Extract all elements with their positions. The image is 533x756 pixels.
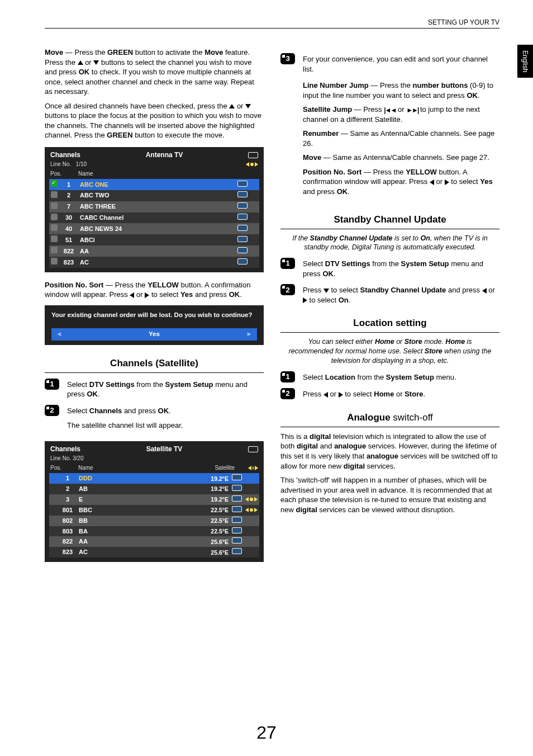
tv-icon	[237, 236, 248, 242]
tv-icon	[232, 474, 242, 480]
move-paragraph-1: Move — Press the GREEN button to activat…	[45, 48, 264, 97]
tv-icon	[237, 181, 248, 187]
table-row: 822AA	[49, 245, 259, 257]
tv-icon	[237, 258, 248, 264]
right-arrow-icon: ►	[246, 330, 253, 339]
table-row: 803BA22.5°E	[49, 526, 259, 537]
nav-hint-icon	[245, 508, 258, 512]
osd-mode: Antenna TV	[146, 150, 183, 159]
tv-icon	[232, 527, 242, 533]
step-2-badge: 2	[45, 405, 59, 416]
up-arrow-icon	[229, 104, 235, 108]
down-arrow-icon	[245, 104, 251, 108]
tv-icon	[237, 225, 248, 231]
right-arrow-icon	[445, 179, 449, 185]
down-arrow-icon	[93, 60, 99, 65]
nav-hint-icon	[245, 497, 258, 502]
tv-icon	[237, 214, 248, 220]
square-icon	[51, 258, 58, 264]
channels-satellite-heading: Channels (Satellite)	[45, 355, 264, 373]
left-arrow-icon	[323, 392, 328, 398]
nav-hint-icon	[246, 160, 258, 168]
location-step-2: Press or to select Home or Store.	[303, 388, 499, 399]
right-column: 3 For your convenience, you can edit and…	[280, 48, 499, 570]
table-row: 823AC25.6°E	[49, 547, 259, 557]
table-row: 7ABC THREE	[49, 201, 259, 212]
confirm-dialog: Your existing channel order will be lost…	[45, 305, 264, 345]
square-icon	[51, 202, 58, 209]
analogue-paragraph-1: This is a digital television which is in…	[280, 432, 499, 471]
location-step-1: Select Location from the System Setup me…	[303, 371, 499, 382]
square-icon	[51, 247, 58, 253]
analogue-paragraph-2: This 'switch-off' will happen in a numbe…	[280, 475, 499, 514]
satellite-step-2: Select Channels and press OK. The satell…	[67, 405, 264, 434]
down-arrow-icon	[323, 289, 329, 293]
analogue-heading: Analogue switch-off	[280, 409, 499, 427]
standby-step-2: Press to select Standby Channel Update a…	[303, 284, 499, 305]
header-rule	[45, 28, 499, 29]
right-arrow-icon	[303, 297, 307, 303]
osd-mode: Satellite TV	[146, 445, 183, 453]
move-paragraph-2: Once all desired channels have been chec…	[45, 101, 264, 140]
step-2-badge: 2	[280, 388, 295, 399]
table-row: 802BB22.5°E	[49, 516, 259, 526]
tv-icon	[232, 548, 242, 554]
satellite-step-1: Select DTV Settings from the System Setu…	[67, 379, 264, 399]
location-blurb: You can select either Home or Store mode…	[286, 337, 494, 366]
table-row: 2ABC TWO	[49, 190, 259, 201]
standby-step-1: Select DTV Settings from the System Setu…	[303, 258, 499, 278]
step-3-body: For your convenience, you can edit and s…	[303, 53, 499, 201]
table-row: 51ABCi	[49, 234, 259, 245]
page-header-section: SETTING UP YOUR TV	[428, 18, 499, 27]
tv-icon	[232, 517, 242, 523]
square-icon	[51, 191, 58, 198]
tv-icon	[232, 537, 242, 544]
location-heading: Location setting	[280, 315, 499, 333]
tv-icon	[237, 191, 248, 197]
osd-title: Channels	[50, 445, 80, 453]
tv-icon	[237, 202, 248, 209]
step-1-badge: 1	[280, 371, 295, 382]
tv-icon	[248, 446, 258, 452]
tv-icon	[232, 485, 242, 491]
table-row: 3E19.2°E	[49, 494, 259, 505]
satellite-channel-table: 1DDD19.2°E2AB19.2°E3E19.2°E801BBC22.5°E8…	[49, 473, 259, 557]
language-tab: English	[517, 45, 533, 78]
up-arrow-icon	[78, 60, 83, 65]
table-row: 30CABC Channel	[49, 212, 259, 224]
table-row: 2AB19.2°E	[49, 484, 259, 494]
square-icon	[51, 214, 58, 220]
square-icon	[51, 235, 58, 242]
table-row: 1ABC ONE	[49, 179, 259, 190]
tv-icon	[237, 247, 248, 253]
step-2-badge: 2	[280, 284, 295, 295]
confirm-yes: Yes	[149, 330, 160, 339]
square-icon	[51, 224, 58, 231]
page-number: 27	[0, 721, 533, 745]
standby-heading: Standby Channel Update	[280, 211, 499, 229]
channel-table: 1ABC ONE2ABC TWO7ABC THREE30CABC Channel…	[49, 179, 259, 268]
table-row: 822AA25.6°E	[49, 536, 259, 547]
standby-blurb: If the Standby Channel Update is set to …	[286, 234, 494, 253]
step-1-badge: 1	[45, 379, 59, 390]
table-row: 823AC	[49, 257, 259, 268]
left-arrow-icon	[430, 179, 434, 185]
left-column: Move — Press the GREEN button to activat…	[45, 48, 264, 570]
table-row: 1DDD19.2°E	[49, 473, 259, 484]
table-row: 40ABC NEWS 24	[49, 223, 259, 234]
table-row: 801BBC22.5°E	[49, 505, 259, 516]
left-arrow-icon: ◄	[56, 330, 62, 339]
confirm-message: Your existing channel order will be lost…	[51, 311, 257, 320]
check-icon	[51, 180, 58, 187]
left-arrow-icon	[482, 288, 487, 294]
tv-icon	[232, 506, 242, 512]
channels-satellite-osd: Channels Satellite TV Line No. 3/20 Pos.…	[45, 441, 264, 562]
position-sort-paragraph: Position No. Sort — Press the YELLOW but…	[45, 280, 264, 300]
channels-antenna-osd: Channels Antenna TV Line No. 1/10 Pos. N…	[45, 147, 264, 272]
tv-icon	[232, 495, 242, 502]
osd-title: Channels	[50, 150, 80, 159]
step-1-badge: 1	[280, 258, 295, 269]
step-3-badge: 3	[280, 53, 295, 64]
right-arrow-icon	[339, 392, 343, 398]
tv-icon	[248, 152, 258, 158]
